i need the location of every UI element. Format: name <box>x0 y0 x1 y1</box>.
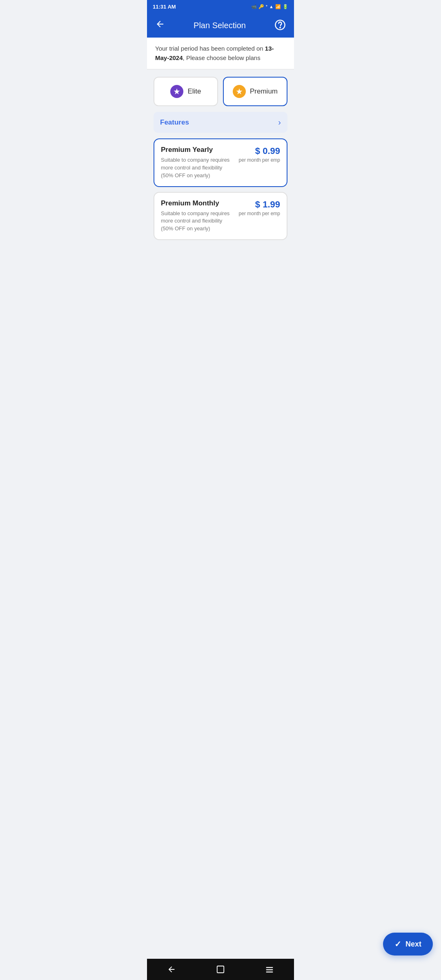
plan-name-yearly: Premium Yearly <box>161 146 235 154</box>
tab-elite[interactable]: Elite <box>154 77 218 106</box>
plan-card-left: Premium Yearly Suitable to company requi… <box>161 146 239 180</box>
trial-notice-suffix: , Please choose below plans <box>183 54 261 61</box>
plan-name-monthly: Premium Monthly <box>161 199 235 207</box>
plan-card-premium-monthly[interactable]: Premium Monthly Suitable to company requ… <box>154 192 287 241</box>
plan-price-sub-yearly: per month per emp <box>239 157 280 163</box>
tab-premium-label: Premium <box>250 87 278 96</box>
plan-price-sub-monthly: per month per emp <box>239 211 280 216</box>
elite-icon <box>170 85 183 98</box>
status-bar: 11:31 AM 📹 🔑 * ▲ 📶 🔋 <box>147 0 294 13</box>
tab-premium[interactable]: Premium <box>223 77 287 106</box>
page-title: Plan Selection <box>194 21 246 30</box>
status-icons: 📹 🔑 * ▲ 📶 🔋 <box>251 4 288 9</box>
features-label: Features <box>160 118 189 127</box>
chevron-right-icon: › <box>278 118 281 127</box>
status-time: 11:31 AM <box>153 4 176 10</box>
plan-card-right-yearly: $ 0.99 per month per emp <box>239 146 280 163</box>
plan-card-right-monthly: $ 1.99 per month per emp <box>239 199 280 216</box>
trial-notice-prefix: Your trial period has been completed on <box>155 45 265 52</box>
svg-point-1 <box>280 27 281 28</box>
back-button[interactable] <box>154 18 167 33</box>
header: Plan Selection <box>147 13 294 38</box>
wifi-icon: 📶 <box>275 4 281 9</box>
plan-cards: Premium Yearly Suitable to company requi… <box>147 133 294 240</box>
plan-price-monthly: $ 1.99 <box>239 199 280 210</box>
plan-desc-yearly: Suitable to company requires more contro… <box>161 156 235 180</box>
battery-icon: 🔋 <box>283 4 288 9</box>
plan-card-premium-yearly[interactable]: Premium Yearly Suitable to company requi… <box>154 138 287 187</box>
plan-desc-monthly: Suitable to company requires more contro… <box>161 210 235 233</box>
plan-price-yearly: $ 0.99 <box>239 146 280 156</box>
video-icon: 📹 <box>251 4 257 9</box>
key-icon: 🔑 <box>258 4 264 9</box>
support-button[interactable] <box>273 18 287 33</box>
tab-elite-label: Elite <box>187 87 201 96</box>
plan-tabs: Elite Premium <box>147 69 294 106</box>
bluetooth-icon: * <box>266 4 267 9</box>
trial-notice: Your trial period has been completed on … <box>147 38 294 69</box>
signal-icon: ▲ <box>269 4 274 9</box>
plan-card-left-monthly: Premium Monthly Suitable to company requ… <box>161 199 239 233</box>
premium-icon <box>233 85 246 98</box>
features-row[interactable]: Features › <box>154 112 287 133</box>
